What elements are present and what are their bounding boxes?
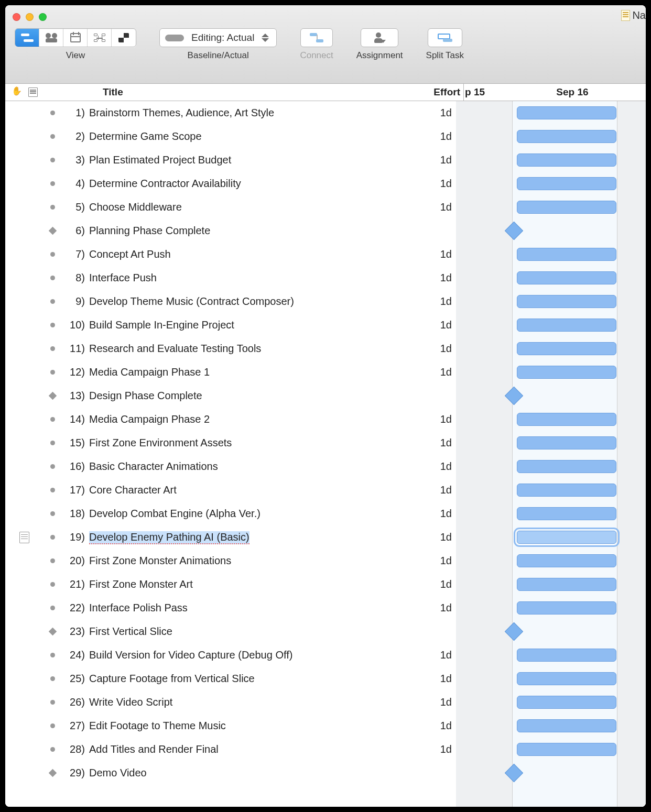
- task-title[interactable]: Choose Middleware: [89, 201, 411, 213]
- task-effort[interactable]: 1d: [411, 178, 456, 190]
- task-effort[interactable]: 1d: [411, 413, 456, 425]
- split-task-button[interactable]: [428, 28, 462, 47]
- task-effort[interactable]: 1d: [411, 366, 456, 378]
- table-row[interactable]: 22)Interface Polish Pass1d: [5, 596, 456, 620]
- task-effort[interactable]: 1d: [411, 555, 456, 567]
- task-effort[interactable]: 1d: [411, 130, 456, 142]
- task-effort[interactable]: 1d: [411, 743, 456, 755]
- table-row[interactable]: 21)First Zone Monster Art1d: [5, 573, 456, 596]
- task-title[interactable]: Develop Theme Music (Contract Composer): [89, 295, 411, 308]
- task-effort[interactable]: 1d: [411, 673, 456, 685]
- gantt-bar[interactable]: [517, 153, 616, 167]
- table-row[interactable]: 27)Edit Footage to Theme Music1d: [5, 714, 456, 738]
- task-title[interactable]: Design Phase Complete: [89, 390, 411, 402]
- minimize-window[interactable]: [26, 13, 34, 21]
- task-title[interactable]: Build Version for Video Capture (Debug O…: [89, 649, 411, 661]
- task-title[interactable]: Write Video Script: [89, 696, 411, 708]
- gantt-milestone[interactable]: [505, 387, 523, 405]
- table-row[interactable]: 25)Capture Footage from Vertical Slice1d: [5, 667, 456, 690]
- task-effort[interactable]: 1d: [411, 437, 456, 449]
- task-title[interactable]: First Vertical Slice: [89, 626, 411, 638]
- gantt-bar[interactable]: [517, 460, 616, 473]
- date-header-current[interactable]: Sep 16: [520, 84, 625, 101]
- table-row[interactable]: 14)Media Campaign Phase 21d: [5, 408, 456, 431]
- task-title[interactable]: First Zone Environment Assets: [89, 437, 411, 449]
- gantt-bar[interactable]: [517, 319, 616, 332]
- view-gantt[interactable]: [15, 29, 39, 47]
- task-title[interactable]: Interface Push: [89, 272, 411, 284]
- task-title[interactable]: Develop Combat Engine (Alpha Ver.): [89, 508, 411, 520]
- zoom-window[interactable]: [39, 13, 47, 21]
- task-title[interactable]: Core Character Art: [89, 484, 411, 496]
- table-row[interactable]: 8)Interface Push1d: [5, 266, 456, 290]
- assignment-button[interactable]: [361, 28, 398, 47]
- task-effort[interactable]: 1d: [411, 720, 456, 732]
- gantt-bar[interactable]: [517, 366, 616, 379]
- table-row[interactable]: 29)Demo Video: [5, 761, 456, 785]
- table-row[interactable]: 12)Media Campaign Phase 11d: [5, 360, 456, 384]
- date-header-prev[interactable]: p 15: [464, 84, 520, 101]
- task-effort[interactable]: 1d: [411, 602, 456, 614]
- task-outline[interactable]: 1)Brainstorm Themes, Audience, Art Style…: [5, 101, 456, 807]
- gantt-bar[interactable]: [517, 342, 616, 355]
- task-title[interactable]: Media Campaign Phase 1: [89, 366, 411, 378]
- task-title[interactable]: Concept Art Push: [89, 248, 411, 260]
- task-effort[interactable]: 1d: [411, 272, 456, 284]
- task-title[interactable]: Edit Footage to Theme Music: [89, 720, 411, 732]
- gantt-bar[interactable]: [517, 743, 616, 756]
- gantt-bar[interactable]: [517, 436, 616, 449]
- gantt-bar[interactable]: [517, 601, 616, 615]
- gantt-bar[interactable]: [517, 177, 616, 190]
- task-effort[interactable]: 1d: [411, 248, 456, 260]
- baseline-popup[interactable]: Editing: Actual: [159, 28, 277, 47]
- task-title[interactable]: Determine Contractor Availability: [89, 178, 411, 190]
- task-title[interactable]: Planning Phase Complete: [89, 225, 411, 237]
- table-row[interactable]: 15)First Zone Environment Assets1d: [5, 431, 456, 455]
- table-row[interactable]: 2)Determine Game Scope1d: [5, 125, 456, 148]
- table-row[interactable]: 6)Planning Phase Complete: [5, 219, 456, 243]
- view-resources[interactable]: [39, 29, 63, 47]
- task-effort[interactable]: 1d: [411, 531, 456, 543]
- title-column-header[interactable]: Title: [51, 84, 419, 101]
- gantt-bar[interactable]: [517, 672, 616, 685]
- task-effort[interactable]: 1d: [411, 460, 456, 473]
- task-title[interactable]: Develop Enemy Pathing AI (Basic): [89, 531, 411, 543]
- table-row[interactable]: 18)Develop Combat Engine (Alpha Ver.)1d: [5, 502, 456, 525]
- gantt-bar[interactable]: [517, 531, 616, 544]
- task-effort[interactable]: 1d: [411, 343, 456, 355]
- task-effort[interactable]: 1d: [411, 696, 456, 708]
- table-row[interactable]: 13)Design Phase Complete: [5, 384, 456, 408]
- task-effort[interactable]: 1d: [411, 649, 456, 661]
- task-title[interactable]: Build Sample In-Engine Project: [89, 319, 411, 331]
- connect-button[interactable]: [300, 28, 333, 47]
- gantt-bar[interactable]: [517, 248, 616, 261]
- task-title[interactable]: Add Titles and Render Final: [89, 743, 411, 755]
- close-window[interactable]: [13, 13, 20, 21]
- task-effort[interactable]: 1d: [411, 201, 456, 213]
- task-title[interactable]: Plan Estimated Project Budget: [89, 154, 411, 166]
- view-styles[interactable]: [112, 29, 136, 47]
- table-row[interactable]: 5)Choose Middleware1d: [5, 195, 456, 219]
- task-title[interactable]: First Zone Monster Art: [89, 578, 411, 590]
- gantt-bar[interactable]: [517, 719, 616, 732]
- table-row[interactable]: 7)Concept Art Push1d: [5, 243, 456, 266]
- gantt-milestone[interactable]: [505, 222, 523, 240]
- task-title[interactable]: First Zone Monster Animations: [89, 555, 411, 567]
- table-row[interactable]: 1)Brainstorm Themes, Audience, Art Style…: [5, 101, 456, 125]
- task-title[interactable]: Basic Character Animations: [89, 460, 411, 473]
- gantt-bar[interactable]: [517, 106, 616, 119]
- date-header-next[interactable]: [625, 84, 646, 101]
- gantt-bar[interactable]: [517, 484, 616, 497]
- document-proxy[interactable]: Na: [621, 9, 646, 21]
- gantt-bar[interactable]: [517, 130, 616, 143]
- table-row[interactable]: 11)Research and Evaluate Testing Tools1d: [5, 337, 456, 360]
- table-row[interactable]: 23)First Vertical Slice: [5, 620, 456, 643]
- gantt-milestone[interactable]: [505, 622, 523, 641]
- table-row[interactable]: 16)Basic Character Animations1d: [5, 455, 456, 478]
- task-effort[interactable]: 1d: [411, 508, 456, 520]
- gantt-bar[interactable]: [517, 649, 616, 662]
- table-row[interactable]: 4)Determine Contractor Availability1d: [5, 172, 456, 195]
- gantt-bar[interactable]: [517, 271, 616, 284]
- view-calendar[interactable]: [63, 29, 88, 47]
- task-title[interactable]: Capture Footage from Vertical Slice: [89, 673, 411, 685]
